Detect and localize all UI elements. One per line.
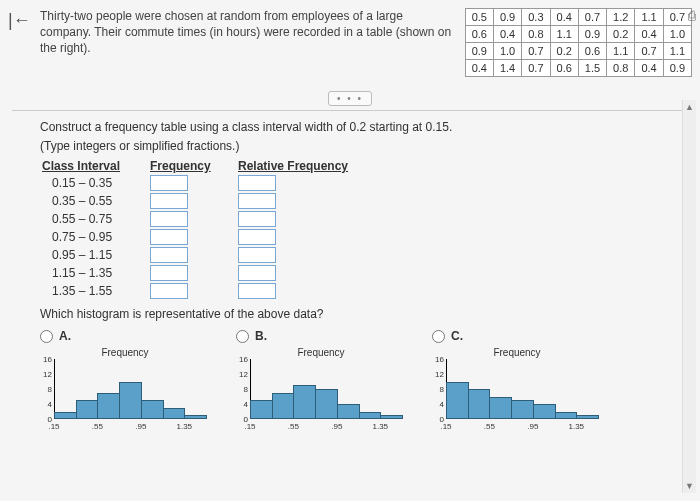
data-cell: 0.9 (578, 26, 606, 43)
data-cell: 0.3 (522, 9, 550, 26)
pager: • • • (0, 91, 700, 106)
bars (54, 359, 206, 419)
relative-frequency-input[interactable] (238, 193, 276, 209)
bar (511, 400, 534, 419)
interval-label: 1.15 – 1.35 (42, 266, 132, 280)
frequency-row: 0.15 – 0.35 (42, 175, 686, 191)
x-tick: 1.35 (568, 422, 584, 431)
x-tick: .15 (48, 422, 59, 431)
option-label: C. (451, 329, 463, 343)
frequency-row: 1.15 – 1.35 (42, 265, 686, 281)
bar (97, 393, 120, 419)
radio-option-c[interactable] (432, 330, 445, 343)
histogram-question: Which histogram is representative of the… (40, 307, 686, 321)
data-cell: 1.2 (607, 9, 635, 26)
frequency-input[interactable] (150, 247, 188, 263)
x-tick: 1.35 (176, 422, 192, 431)
y-tick: 16 (430, 355, 444, 364)
bar (337, 404, 360, 419)
data-cell: 0.9 (465, 43, 493, 60)
histogram-option-b: B.Frequency1612840.15.55.951.35 (236, 329, 406, 437)
data-cell: 0.6 (578, 43, 606, 60)
scroll-down-icon[interactable]: ▼ (683, 481, 696, 491)
bar (380, 415, 403, 419)
frequency-table: Class Interval Frequency Relative Freque… (42, 159, 686, 299)
data-cell: 0.4 (493, 26, 521, 43)
bar (119, 382, 142, 420)
data-cell: 0.7 (635, 43, 663, 60)
histogram-options: A.Frequency1612840.15.55.951.35B.Frequen… (40, 329, 686, 441)
y-tick: 8 (38, 385, 52, 394)
frequency-input[interactable] (150, 175, 188, 191)
data-cell: 0.6 (550, 60, 578, 77)
data-cell: 0.4 (465, 60, 493, 77)
frequency-input[interactable] (150, 211, 188, 227)
data-cell: 0.5 (465, 9, 493, 26)
y-tick: 12 (234, 370, 248, 379)
y-tick: 4 (234, 400, 248, 409)
problem-text: Thirty-two people were chosen at random … (40, 8, 453, 77)
scrollbar[interactable]: ▲ ▼ (682, 100, 696, 493)
data-cell: 0.4 (635, 26, 663, 43)
data-cell: 0.7 (522, 60, 550, 77)
y-tick: 4 (38, 400, 52, 409)
histogram-chart: Frequency1612840.15.55.951.35 (236, 347, 406, 437)
interval-label: 0.15 – 0.35 (42, 176, 132, 190)
histogram-chart: Frequency1612840.15.55.951.35 (40, 347, 210, 437)
data-cell: 0.8 (607, 60, 635, 77)
frequency-input[interactable] (150, 193, 188, 209)
bar (76, 400, 99, 419)
y-tick: 12 (38, 370, 52, 379)
header-class-interval: Class Interval (42, 159, 132, 173)
header-frequency: Frequency (150, 159, 220, 173)
frequency-input[interactable] (150, 283, 188, 299)
data-cell: 1.1 (635, 9, 663, 26)
chart-title: Frequency (432, 347, 602, 358)
x-tick: .55 (288, 422, 299, 431)
print-icon[interactable]: ⎙ (688, 8, 696, 23)
relative-frequency-input[interactable] (238, 247, 276, 263)
data-cell: 1.1 (550, 26, 578, 43)
data-cell: 1.5 (578, 60, 606, 77)
bar (446, 382, 469, 420)
histogram-chart: Frequency1612840.15.55.951.35 (432, 347, 602, 437)
relative-frequency-input[interactable] (238, 283, 276, 299)
interval-label: 0.55 – 0.75 (42, 212, 132, 226)
radio-option-a[interactable] (40, 330, 53, 343)
bar (468, 389, 491, 419)
data-cell: 0.2 (607, 26, 635, 43)
data-cell: 0.6 (465, 26, 493, 43)
data-cell: 1.4 (493, 60, 521, 77)
bar (250, 400, 273, 419)
relative-frequency-input[interactable] (238, 229, 276, 245)
y-tick: 16 (234, 355, 248, 364)
radio-option-b[interactable] (236, 330, 249, 343)
x-tick: .95 (527, 422, 538, 431)
relative-frequency-input[interactable] (238, 265, 276, 281)
x-tick: .55 (484, 422, 495, 431)
data-cell: 1.1 (663, 43, 691, 60)
bar (533, 404, 556, 419)
interval-label: 1.35 – 1.55 (42, 284, 132, 298)
back-button[interactable]: |← (8, 10, 31, 31)
data-cell: 0.8 (522, 26, 550, 43)
relative-frequency-input[interactable] (238, 175, 276, 191)
relative-frequency-input[interactable] (238, 211, 276, 227)
data-cell: 0.7 (578, 9, 606, 26)
frequency-input[interactable] (150, 265, 188, 281)
bar (555, 412, 578, 420)
data-table: 0.50.90.30.40.71.21.10.70.60.40.81.10.90… (465, 8, 692, 77)
bar (359, 412, 382, 420)
data-cell: 0.4 (550, 9, 578, 26)
scroll-up-icon[interactable]: ▲ (683, 102, 696, 112)
question-area: Construct a frequency table using a clas… (0, 117, 700, 445)
x-tick: .95 (331, 422, 342, 431)
data-cell: 0.2 (550, 43, 578, 60)
interval-label: 0.75 – 0.95 (42, 230, 132, 244)
bar (272, 393, 295, 419)
problem-header: Thirty-two people were chosen at random … (0, 0, 700, 85)
frequency-input[interactable] (150, 229, 188, 245)
ellipsis-icon[interactable]: • • • (328, 91, 372, 106)
frequency-table-header: Class Interval Frequency Relative Freque… (42, 159, 686, 173)
divider (12, 110, 688, 111)
